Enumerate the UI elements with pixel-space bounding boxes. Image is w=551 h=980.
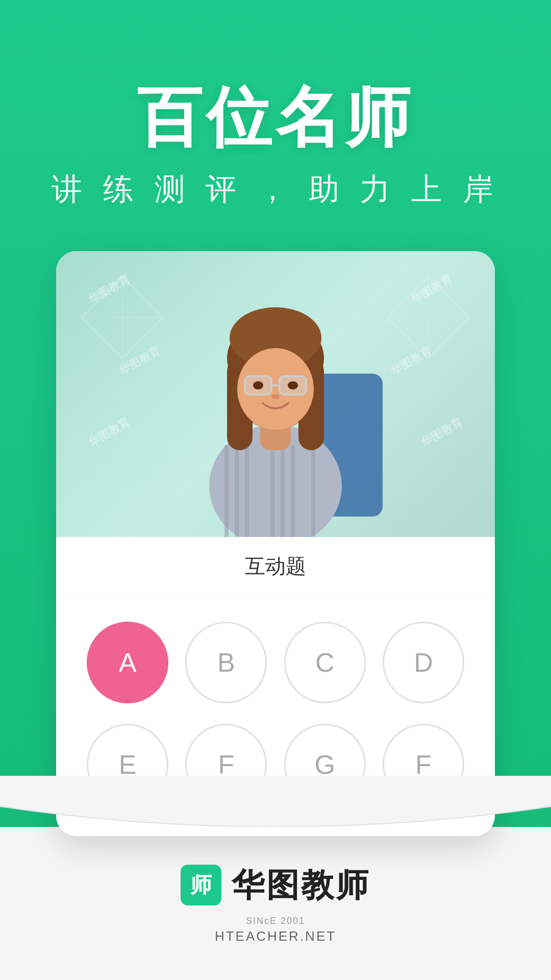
answer-row-1: A B C D: [87, 622, 464, 703]
svg-rect-9: [235, 445, 239, 537]
brand-icon-text: 师: [190, 871, 212, 899]
book-curve: [0, 776, 551, 827]
svg-point-29: [271, 394, 280, 399]
teacher-figure: [158, 272, 393, 537]
main-container: 百位名师 讲 练 测 评 ， 助 力 上 岸 华图教育 华图教育 华图教育 华图…: [0, 0, 551, 980]
svg-rect-12: [281, 445, 285, 537]
brand-icon: 师: [181, 865, 221, 905]
main-card: 华图教育 华图教育 华图教育 华图教育 华图教育 华图教育: [56, 251, 495, 836]
svg-point-27: [253, 381, 263, 389]
svg-rect-8: [224, 445, 229, 537]
bg-shape-left: [77, 272, 168, 363]
bg-shape-right: [383, 272, 474, 363]
svg-rect-11: [270, 445, 274, 537]
brand-url: HTEACHER.NET: [215, 928, 336, 944]
answer-btn-A[interactable]: A: [87, 622, 168, 703]
footer-logo: 师 华图教师 SINcE 2001 HTEACHER.NET: [181, 863, 370, 944]
answer-btn-C[interactable]: C: [284, 622, 366, 703]
watermark-6: 华图教育: [418, 414, 465, 450]
svg-point-28: [288, 381, 298, 389]
footer: 师 华图教师 SINcE 2001 HTEACHER.NET: [0, 827, 551, 980]
answer-btn-B[interactable]: B: [185, 622, 267, 703]
sub-title: 讲 练 测 评 ， 助 力 上 岸: [52, 169, 499, 210]
since-text: SINcE 2001: [246, 916, 305, 926]
interactive-label: 互动题: [56, 537, 495, 596]
title-section: 百位名师 讲 练 测 评 ， 助 力 上 岸: [52, 82, 499, 210]
brand-name: 华图教师: [232, 863, 370, 908]
answer-btn-D[interactable]: D: [383, 622, 464, 703]
video-area: 华图教育 华图教育 华图教育 华图教育 华图教育 华图教育: [56, 251, 495, 537]
main-title: 百位名师: [52, 82, 499, 154]
watermark-5: 华图教育: [86, 414, 132, 450]
svg-rect-13: [291, 445, 295, 537]
brand-row: 师 华图教师: [181, 863, 370, 908]
svg-rect-14: [311, 445, 315, 537]
video-background: 华图教育 华图教育 华图教育 华图教育 华图教育 华图教育: [56, 251, 495, 537]
svg-rect-10: [245, 445, 249, 537]
